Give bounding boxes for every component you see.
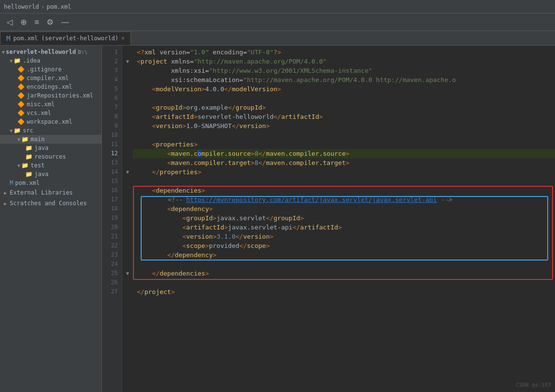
gutter-15 [122, 177, 133, 186]
code-line-2: <project xmlns="http://maven.apache.org/… [133, 57, 555, 66]
gutter-25[interactable]: ▼ [122, 269, 133, 278]
gutter-2[interactable]: ▼ [122, 57, 133, 66]
fold-icon-14[interactable]: ▼ [126, 169, 129, 175]
gid-bracket: > [182, 104, 186, 111]
jar-repos-icon: 🔶 [17, 92, 25, 99]
aid-close: </ [274, 113, 281, 120]
sidebar-item-compiler-xml[interactable]: 🔶 compiler.xml [0, 74, 101, 82]
code-line-10 [133, 131, 555, 140]
line-num-12: 12 [102, 149, 122, 158]
sidebar-item-jar-repositories[interactable]: 🔶 jarRepositories.xml [0, 91, 101, 100]
mv-open: < [152, 85, 156, 93]
scratches-chevron: ▶ [4, 201, 7, 206]
line-num-13: 13 [102, 158, 122, 167]
fold-icon-2[interactable]: ▼ [126, 59, 129, 64]
ver-tag: version [156, 122, 182, 130]
toolbar-back-btn[interactable]: ◁ [4, 16, 16, 29]
line-num-15: 15 [102, 177, 122, 186]
sidebar-item-encodings-xml[interactable]: 🔶 encodings.xml [0, 82, 101, 91]
gutter-26 [122, 278, 133, 287]
dep-scope-open: < [182, 242, 186, 249]
tab-pom-xml[interactable]: M pom.xml (serverlet-helloworld) ✕ [0, 32, 131, 45]
gutter-14[interactable]: ▼ [122, 167, 133, 177]
mvn-link[interactable]: https://mvnrepository.com/artifact/javax… [186, 196, 437, 203]
gitignore-icon: 🔶 [17, 66, 25, 73]
dep-ver-open: < [182, 233, 186, 240]
compiler-xml-icon: 🔶 [17, 75, 25, 82]
proj-end: > [171, 288, 175, 295]
sidebar-item-pom[interactable]: M pom.xml [0, 179, 101, 187]
sidebar-item-idea[interactable]: ▼ 📁 .idea [0, 56, 101, 65]
code-line-11: <properties> [133, 140, 555, 149]
dep-ver-close: </ [236, 233, 244, 240]
aid-end: > [319, 113, 323, 120]
gutter-4 [122, 75, 133, 84]
sidebar-external-libraries[interactable]: ▶ External Libraries [0, 187, 101, 198]
mcs-tag: maven.c [171, 150, 197, 157]
watermark-text: CSDN @s:103 [516, 382, 551, 388]
deps-close: </ [152, 270, 160, 277]
gitignore-label: .gitignore [27, 66, 62, 73]
code-line-25: </dependencies> [133, 269, 555, 278]
line-numbers: 1 2 3 4 5 6 7 8 9 10 11 12 13 14 15 16 1… [102, 46, 122, 392]
sidebar-item-resources[interactable]: 📁 resources [0, 152, 101, 161]
resources-folder-icon: 📁 [25, 153, 33, 160]
proj-open: < [137, 58, 141, 65]
project-path: D:\ [78, 49, 88, 55]
sidebar-item-test[interactable]: ▼ 📁 test [0, 161, 101, 170]
workspace-xml-label: workspace.xml [27, 118, 72, 125]
sidebar-item-test-java[interactable]: 📁 java [0, 170, 101, 179]
sidebar-item-main[interactable]: ▼ 📁 main [0, 135, 101, 144]
idea-label: .idea [23, 57, 40, 64]
comment-start: <!-- [167, 196, 186, 203]
prop-close-tag: properties [160, 168, 197, 176]
toolbar-add-btn[interactable]: ⊕ [17, 16, 30, 29]
pi-tag: xml [145, 49, 156, 56]
sidebar-item-workspace-xml[interactable]: 🔶 workspace.xml [0, 117, 101, 126]
dep-gid-end: > [300, 214, 304, 222]
pom-label: pom.xml [15, 180, 40, 186]
watermark: CSDN @s:103 [516, 382, 551, 388]
toolbar-settings-btn[interactable]: ⚙ [44, 16, 56, 29]
test-label: test [31, 162, 45, 169]
gutter-24 [122, 260, 133, 269]
dep-gid-close-tag: groupId [274, 214, 300, 222]
gutter-22 [122, 241, 133, 250]
code-line-19: <groupId>javax.servlet</groupId> [133, 213, 555, 223]
tab-close-btn[interactable]: ✕ [121, 35, 125, 41]
gutter-9 [122, 121, 133, 131]
dep-close: </ [167, 251, 175, 259]
dep-bracket: > [209, 205, 213, 212]
mcs-close-tag: maven.compiler.source [266, 150, 345, 157]
scratches-label: Scratches and Consoles [10, 200, 87, 207]
proj-xmlns-attr: xmlns= [171, 58, 194, 65]
line-num-18: 18 [102, 204, 122, 213]
code-lines[interactable]: <?xml version="1.0" encoding="UTF-8"?> <… [133, 46, 555, 392]
sidebar-item-gitignore[interactable]: 🔶 .gitignore [0, 65, 101, 74]
toolbar-minimize-btn[interactable]: — [58, 16, 72, 29]
dep-scope-bracket: > [205, 242, 209, 249]
dep-gid-val: javax.servlet [216, 214, 266, 222]
sidebar-item-vcs-xml[interactable]: 🔶 vcs.xml [0, 109, 101, 117]
gutter-18 [122, 204, 133, 213]
gid-end: > [262, 104, 266, 111]
line-num-3: 3 [102, 66, 122, 75]
mct-close-tag: maven.compiler.target [266, 159, 345, 166]
project-chevron: ▼ [2, 49, 5, 55]
dep-gid-tag: groupId [186, 214, 213, 222]
dep-aid-tag: artifactId [186, 224, 224, 231]
sidebar-item-src[interactable]: ▼ 📁 src [0, 126, 101, 135]
fold-icon-25[interactable]: ▼ [126, 271, 129, 276]
proj-schema-attr: xsi:schemaLocation= [171, 76, 243, 83]
sidebar-scratches-consoles[interactable]: ▶ Scratches and Consoles [0, 198, 101, 209]
prop-bracket: > [194, 141, 197, 148]
line-num-26: 26 [102, 278, 122, 287]
mct-bracket: > [251, 159, 255, 166]
sidebar-item-misc-xml[interactable]: 🔶 misc.xml [0, 100, 101, 109]
sidebar-project-root[interactable]: ▼ serverlet-helloworld D:\ [0, 48, 101, 56]
sidebar-item-java[interactable]: 📁 java [0, 144, 101, 152]
ver-bracket: > [182, 122, 186, 130]
line-num-22: 22 [102, 241, 122, 250]
toolbar-list-btn[interactable]: ≡ [32, 16, 42, 29]
line-num-20: 20 [102, 223, 122, 232]
